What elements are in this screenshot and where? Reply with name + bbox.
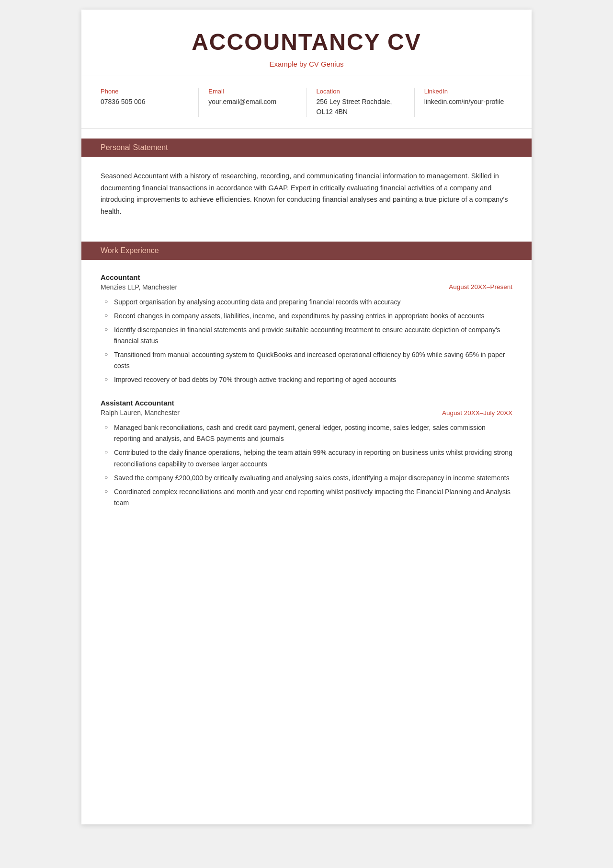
personal-statement: Seasoned Accountant with a history of re… (81, 157, 532, 232)
cv-subtitle-row: Example by CV Genius (101, 60, 512, 68)
personal-statement-label: Personal Statement (101, 143, 168, 151)
job-entry-1: Accountant Menzies LLP, Manchester Augus… (101, 273, 512, 386)
list-item: Contributed to the daily finance operati… (101, 447, 512, 469)
contact-linkedin: LinkedIn linkedin.com/in/your-profile (424, 88, 512, 117)
job-bullets-1: Support organisation by analysing accoun… (101, 297, 512, 386)
work-experience: Accountant Menzies LLP, Manchester Augus… (81, 273, 532, 509)
job-bullets-2: Managed bank reconciliations, cash and c… (101, 422, 512, 509)
personal-statement-header: Personal Statement (81, 139, 532, 157)
job-meta-1: Menzies LLP, Manchester August 20XX–Pres… (101, 283, 512, 291)
list-item: Support organisation by analysing accoun… (101, 297, 512, 308)
list-item: Saved the company £200,000 by critically… (101, 473, 512, 484)
work-experience-label: Work Experience (101, 246, 159, 255)
location-label: Location (317, 88, 405, 95)
list-item: Record changes in company assets, liabil… (101, 311, 512, 322)
cv-header: ACCOUNTANCY CV Example by CV Genius (81, 10, 532, 76)
job-title-1: Accountant (101, 273, 512, 281)
list-item: Identify discrepancies in financial stat… (101, 324, 512, 347)
phone-value: 07836 505 006 (101, 97, 189, 107)
cv-subtitle: Example by CV Genius (261, 60, 351, 68)
job-company-1: Menzies LLP, Manchester (101, 283, 177, 291)
job-dates-2: August 20XX–July 20XX (442, 409, 512, 417)
cv-contact: Phone 07836 505 006 Email your.email@ema… (81, 76, 532, 129)
contact-location: Location 256 Ley Street Rochdale, OL12 4… (317, 88, 415, 117)
cv-page: ACCOUNTANCY CV Example by CV Genius Phon… (81, 10, 532, 824)
phone-label: Phone (101, 88, 189, 95)
linkedin-value: linkedin.com/in/your-profile (424, 97, 512, 107)
job-dates-1: August 20XX–Present (449, 283, 512, 290)
list-item: Managed bank reconciliations, cash and c… (101, 422, 512, 444)
list-item: Improved recovery of bad debts by 70% th… (101, 374, 512, 385)
personal-statement-text: Seasoned Accountant with a history of re… (101, 170, 512, 218)
job-title-2: Assistant Accountant (101, 399, 512, 407)
job-entry-2: Assistant Accountant Ralph Lauren, Manch… (101, 399, 512, 509)
contact-phone: Phone 07836 505 006 (101, 88, 199, 117)
email-label: Email (208, 88, 296, 95)
cv-title: ACCOUNTANCY CV (101, 29, 512, 55)
linkedin-label: LinkedIn (424, 88, 512, 95)
job-meta-2: Ralph Lauren, Manchester August 20XX–Jul… (101, 409, 512, 417)
contact-email: Email your.email@email.com (208, 88, 306, 117)
list-item: Coordinated complex reconciliations and … (101, 486, 512, 509)
job-company-2: Ralph Lauren, Manchester (101, 409, 180, 417)
email-value: your.email@email.com (208, 97, 296, 107)
location-value: 256 Ley Street Rochdale, OL12 4BN (317, 97, 405, 117)
subtitle-line-right (352, 64, 486, 64)
subtitle-line-left (127, 64, 261, 64)
work-experience-header: Work Experience (81, 242, 532, 260)
list-item: Transitioned from manual accounting syst… (101, 349, 512, 371)
